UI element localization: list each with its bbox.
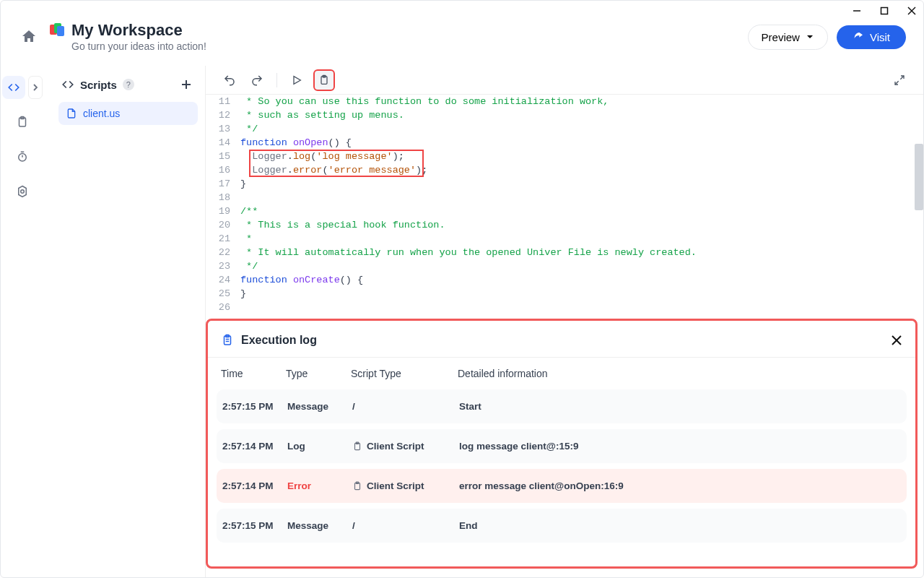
log-time: 2:57:14 PM [222,480,287,491]
code-content[interactable]: * It will automatically run when you the… [240,246,923,259]
window-minimize-button[interactable] [850,4,864,18]
file-name-label: client.us [83,108,120,119]
line-number: 20 [206,218,240,232]
code-line[interactable]: 17} [206,177,923,191]
file-item-client[interactable]: client.us [58,102,198,125]
share-arrow-icon [853,31,864,43]
log-row[interactable]: 2:57:14 PMLogClient Scriptlog message cl… [217,429,907,463]
window-close-button[interactable] [905,4,919,18]
code-content[interactable]: } [240,177,923,191]
window-maximize-button[interactable] [877,4,892,18]
log-script-type: Client Script [352,480,459,491]
log-script-type: / [352,401,459,412]
svg-line-17 [895,81,899,85]
code-line[interactable]: 26 [206,301,923,310]
log-row[interactable]: 2:57:14 PMErrorClient Scripterror messag… [217,469,907,503]
preview-button[interactable]: Preview [748,25,828,50]
log-type: Error [287,480,352,491]
line-number: 16 [206,163,240,177]
code-content[interactable]: * [240,232,923,246]
code-line[interactable]: 16 Logger.error('error message'); [206,163,923,177]
code-content[interactable]: * such as setting up menus. [240,108,923,122]
code-line[interactable]: 14function onOpen() { [206,136,923,150]
code-content[interactable]: Logger.log('log message'); [240,150,923,163]
code-content[interactable]: */ [240,259,923,273]
run-button[interactable] [286,69,308,91]
rail-code-tab[interactable] [2,76,25,99]
code-content[interactable]: function onCreate() { [240,273,923,287]
line-number: 21 [206,232,240,246]
code-content[interactable] [240,191,923,204]
code-content[interactable]: */ [240,122,923,136]
expand-editor-button[interactable] [889,69,910,91]
rail-collapse-button[interactable] [28,76,43,99]
code-content[interactable]: * This is a special hook function. [240,218,923,232]
rail-settings-tab[interactable] [11,180,34,203]
chevron-down-icon [806,33,814,41]
log-detail: error message client@onOpen:16:9 [459,480,901,491]
log-detail: Start [459,401,901,412]
log-row[interactable]: 2:57:15 PMMessage/Start [217,389,907,423]
line-number: 18 [206,191,240,204]
visit-button[interactable]: Visit [837,25,906,49]
file-icon [66,108,77,119]
line-number: 11 [206,95,240,108]
line-number: 13 [206,122,240,136]
code-line[interactable]: 22 * It will automatically run when you … [206,246,923,259]
line-number: 25 [206,287,240,301]
svg-line-16 [900,76,904,79]
code-content[interactable] [240,301,923,310]
code-content[interactable]: Logger.error('error message'); [240,163,923,177]
column-header-time: Time [221,368,286,379]
code-line[interactable]: 13 */ [206,122,923,136]
svg-marker-9 [18,186,26,197]
workspace-subtitle: Go turn your ideas into action! [71,40,206,52]
redo-button[interactable] [246,69,268,91]
svg-marker-13 [294,76,300,84]
code-line[interactable]: 19/** [206,204,923,218]
clipboard-icon [221,334,234,347]
code-line[interactable]: 23 */ [206,259,923,273]
line-number: 19 [206,204,240,218]
code-line[interactable]: 12 * such as setting up menus. [206,108,923,122]
line-number: 14 [206,136,240,150]
code-line[interactable]: 25} [206,287,923,301]
code-line[interactable]: 20 * This is a special hook function. [206,218,923,232]
column-header-script-type: Script Type [351,368,458,379]
line-number: 22 [206,246,240,259]
code-line[interactable]: 15 Logger.log('log message'); [206,150,923,163]
log-type: Message [287,401,352,412]
scrollbar-thumb[interactable] [915,144,923,210]
log-time: 2:57:15 PM [222,401,287,412]
code-line[interactable]: 11 * So you can use this function to do … [206,95,923,108]
code-line[interactable]: 21 * [206,232,923,246]
rail-clipboard-tab[interactable] [11,111,34,134]
code-editor[interactable]: 11 * So you can use this function to do … [206,95,923,310]
column-header-type: Type [286,368,351,379]
code-line[interactable]: 18 [206,191,923,204]
log-row[interactable]: 2:57:15 PMMessage/End [217,509,907,543]
code-content[interactable]: } [240,287,923,301]
close-execution-log-button[interactable] [891,335,902,346]
workspace-title: My Workspace [71,22,206,39]
line-number: 24 [206,273,240,287]
preview-label: Preview [762,31,800,43]
undo-button[interactable] [219,69,240,91]
code-content[interactable]: * So you can use this function to do som… [240,95,923,108]
visit-label: Visit [870,31,890,43]
svg-rect-1 [881,8,888,14]
rail-timer-tab[interactable] [11,145,34,168]
execution-log-toolbar-button[interactable] [313,69,335,91]
toolbar-divider [276,73,277,87]
code-content[interactable]: /** [240,204,923,218]
code-line[interactable]: 24function onCreate() { [206,273,923,287]
code-content[interactable]: function onOpen() { [240,136,923,150]
scripts-help-icon[interactable]: ? [123,79,134,90]
add-script-button[interactable] [178,76,195,93]
line-number: 15 [206,150,240,163]
home-icon[interactable] [18,26,40,48]
log-detail: End [459,520,901,531]
line-number: 17 [206,177,240,191]
line-number: 12 [206,108,240,122]
log-type: Message [287,520,352,531]
